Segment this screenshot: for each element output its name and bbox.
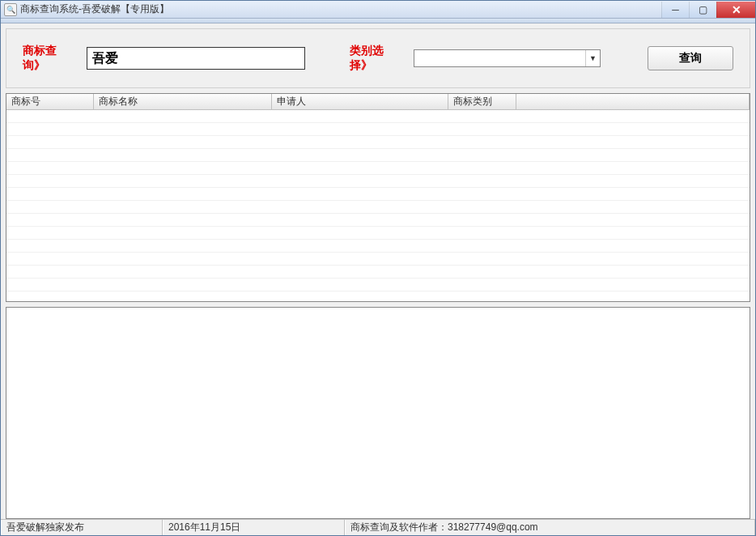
search-input[interactable]	[87, 47, 305, 70]
table-body[interactable]	[6, 110, 750, 301]
table-row	[6, 201, 750, 214]
table-row	[6, 214, 750, 227]
table-row	[6, 253, 750, 266]
results-table: 商标号 商标名称 申请人 商标类别	[6, 93, 750, 302]
status-date: 2016年11月15日	[163, 520, 345, 535]
chevron-down-icon: ▼	[585, 50, 600, 66]
col-category[interactable]: 商标类别	[448, 94, 516, 109]
status-publisher: 吾爱破解独家发布	[1, 520, 163, 535]
table-row	[6, 136, 750, 149]
col-applicant[interactable]: 申请人	[272, 94, 448, 109]
table-row	[6, 149, 750, 162]
search-panel: 商标查询》 类别选择》 ▼ 查询	[6, 28, 750, 88]
query-label: 商标查询》	[23, 44, 77, 73]
col-trademark-name[interactable]: 商标名称	[94, 94, 272, 109]
table-row	[6, 279, 750, 291]
table-row	[6, 110, 750, 123]
table-header: 商标号 商标名称 申请人 商标类别	[6, 94, 750, 110]
col-trademark-no[interactable]: 商标号	[6, 94, 94, 109]
app-window: 🔍 商标查询系统-吾爱破解【专用版】 ─ ▢ ✕ 商标查询》 类别选择》 ▼ 查…	[0, 0, 756, 536]
col-empty[interactable]	[516, 94, 750, 109]
app-icon: 🔍	[4, 3, 17, 16]
table-row	[6, 188, 750, 201]
maximize-button[interactable]: ▢	[689, 2, 716, 18]
category-select[interactable]: ▼	[414, 49, 601, 67]
category-label: 类别选择》	[350, 44, 404, 73]
status-author: 商标查询及软件作者：318277749@qq.com	[345, 520, 755, 535]
close-button[interactable]: ✕	[716, 2, 755, 18]
table-row	[6, 266, 750, 279]
table-row	[6, 123, 750, 136]
minimize-button[interactable]: ─	[661, 2, 689, 18]
table-row	[6, 162, 750, 175]
window-title: 商标查询系统-吾爱破解【专用版】	[20, 2, 661, 16]
table-row	[6, 175, 750, 188]
table-row	[6, 227, 750, 240]
window-controls: ─ ▢ ✕	[661, 2, 755, 18]
titlebar[interactable]: 🔍 商标查询系统-吾爱破解【专用版】 ─ ▢ ✕	[1, 1, 755, 19]
content-area: 商标查询》 类别选择》 ▼ 查询 商标号 商标名称 申请人 商标类别	[1, 23, 755, 519]
table-row	[6, 240, 750, 253]
query-button[interactable]: 查询	[648, 46, 733, 70]
statusbar: 吾爱破解独家发布 2016年11月15日 商标查询及软件作者：318277749…	[1, 519, 755, 535]
detail-panel	[6, 307, 750, 519]
